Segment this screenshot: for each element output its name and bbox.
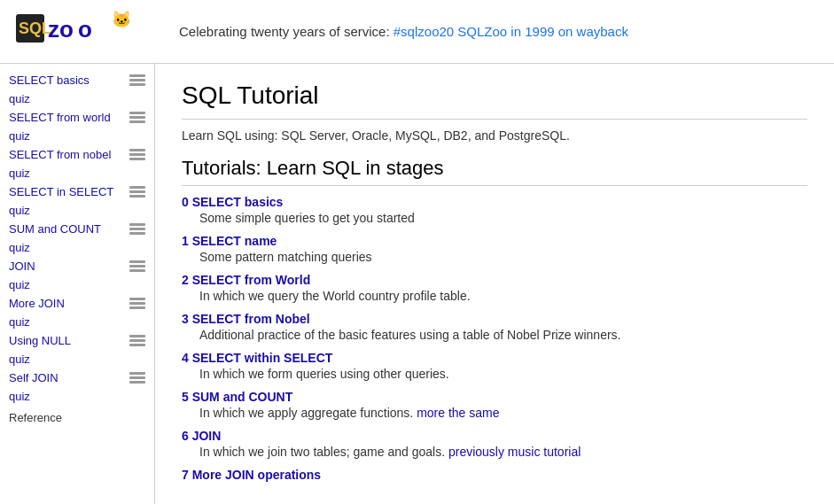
- sidebar-item: quiz: [0, 164, 154, 182]
- tutorial-link[interactable]: 0 SELECT basics: [182, 195, 283, 209]
- tutorial-link[interactable]: 7 More JOIN operations: [182, 468, 321, 482]
- sidebar-item: quiz: [0, 313, 154, 331]
- sidebar-bars-icon: [129, 74, 145, 86]
- sidebar-quiz-link[interactable]: quiz: [9, 353, 30, 366]
- tutorial-item: 1 SELECT nameSome pattern matching queri…: [182, 234, 807, 264]
- sidebar-quiz-link[interactable]: quiz: [9, 167, 30, 180]
- header: SQL zo o 🐱 Celebrating twenty years of s…: [0, 0, 834, 64]
- tutorial-item: 6 JOINIn which we join two tables; game …: [182, 429, 807, 459]
- sidebar-item: quiz: [0, 89, 154, 108]
- sidebar-nav-link[interactable]: Self JOIN: [9, 371, 58, 384]
- sidebar-nav-link[interactable]: More JOIN: [9, 297, 65, 310]
- sidebar: SELECT basicsquizSELECT from worldquizSE…: [0, 64, 155, 504]
- svg-text:🐱: 🐱: [112, 10, 132, 29]
- sidebar-quiz-link[interactable]: quiz: [9, 204, 30, 217]
- sidebar-nav-link[interactable]: SELECT from world: [9, 111, 111, 124]
- tutorial-description: Additional practice of the basic feature…: [182, 328, 807, 342]
- sidebar-nav-link[interactable]: SELECT in SELECT: [9, 185, 113, 198]
- svg-text:zo: zo: [48, 16, 74, 43]
- tutorial-link[interactable]: 2 SELECT from World: [182, 273, 310, 287]
- sidebar-quiz-link[interactable]: quiz: [9, 129, 30, 143]
- tutorial-extra-link[interactable]: more the same: [417, 406, 499, 420]
- sidebar-nav-link[interactable]: SELECT from nobel: [9, 148, 111, 161]
- sidebar-item: More JOIN: [0, 294, 154, 313]
- tutorial-description: In which we join two tables; game and go…: [182, 445, 807, 459]
- celebration-text: Celebrating twenty years of service:: [179, 24, 394, 39]
- body: SELECT basicsquizSELECT from worldquizSE…: [0, 64, 834, 504]
- sidebar-quiz-link[interactable]: quiz: [9, 92, 30, 105]
- sqlzoo-logo: SQL zo o 🐱: [14, 7, 147, 56]
- tutorials-list: 0 SELECT basicsSome simple queries to ge…: [182, 195, 807, 482]
- sidebar-bars-icon: [129, 149, 145, 160]
- main-content: SQL Tutorial Learn SQL using: SQL Server…: [155, 64, 834, 504]
- sidebar-bars-icon: [129, 112, 145, 123]
- tutorial-extra-link[interactable]: previously music tutorial: [448, 445, 581, 459]
- sidebar-bars-icon: [129, 260, 145, 272]
- reference-link[interactable]: Reference: [9, 411, 62, 424]
- sidebar-item: Using NULL: [0, 331, 154, 350]
- sidebar-bars-icon: [129, 372, 145, 384]
- tutorial-description: Some pattern matching queries: [182, 250, 807, 264]
- tutorial-link[interactable]: 4 SELECT within SELECT: [182, 351, 332, 365]
- tutorial-link[interactable]: 6 JOIN: [182, 429, 221, 443]
- tutorial-item: 0 SELECT basicsSome simple queries to ge…: [182, 195, 807, 225]
- sidebar-bars-icon: [129, 335, 145, 346]
- tutorials-heading: Tutorials: Learn SQL in stages: [182, 157, 807, 186]
- sidebar-item: quiz: [0, 350, 154, 368]
- sidebar-nav-link[interactable]: SELECT basics: [9, 74, 90, 87]
- tutorial-link[interactable]: 1 SELECT name: [182, 234, 277, 248]
- tutorial-item: 4 SELECT within SELECTIn which we form q…: [182, 351, 807, 381]
- sidebar-quiz-link[interactable]: quiz: [9, 278, 30, 291]
- sidebar-nav-link[interactable]: JOIN: [9, 260, 35, 273]
- tutorial-item: 7 More JOIN operations: [182, 468, 807, 482]
- page-title: SQL Tutorial: [182, 81, 807, 120]
- tutorial-item: 3 SELECT from NobelAdditional practice o…: [182, 312, 807, 342]
- sidebar-quiz-link[interactable]: quiz: [9, 390, 30, 403]
- tutorial-item: 5 SUM and COUNTIn which we apply aggrega…: [182, 390, 807, 420]
- tutorial-description: In which we apply aggregate functions. m…: [182, 406, 807, 420]
- sidebar-nav-link[interactable]: Using NULL: [9, 334, 71, 347]
- sidebar-item: quiz: [0, 238, 154, 257]
- tutorial-link[interactable]: 3 SELECT from Nobel: [182, 312, 310, 326]
- sidebar-item: quiz: [0, 201, 154, 220]
- sidebar-item: Self JOIN: [0, 368, 154, 387]
- sidebar-item: SELECT from world: [0, 108, 154, 127]
- page-subtitle: Learn SQL using: SQL Server, Oracle, MyS…: [182, 128, 807, 143]
- sidebar-bars-icon: [129, 298, 145, 309]
- sidebar-item: SUM and COUNT: [0, 220, 154, 238]
- sidebar-quiz-link[interactable]: quiz: [9, 241, 30, 254]
- sidebar-quiz-link[interactable]: quiz: [9, 315, 30, 329]
- svg-text:SQL: SQL: [19, 19, 51, 37]
- tutorial-link[interactable]: 5 SUM and COUNT: [182, 390, 292, 404]
- sidebar-item: quiz: [0, 387, 154, 406]
- sidebar-item: quiz: [0, 127, 154, 145]
- tutorial-description: Some simple queries to get you started: [182, 211, 807, 225]
- sidebar-item: quiz: [0, 275, 154, 294]
- sidebar-bars-icon: [129, 186, 145, 198]
- tutorial-item: 2 SELECT from WorldIn which we query the…: [182, 273, 807, 303]
- svg-text:o: o: [78, 16, 92, 43]
- sidebar-nav-link[interactable]: SUM and COUNT: [9, 222, 101, 236]
- sidebar-item: SELECT from nobel: [0, 145, 154, 164]
- tutorial-description: In which we query the World country prof…: [182, 289, 807, 303]
- sidebar-bars-icon: [129, 223, 145, 235]
- sidebar-item: SELECT in SELECT: [0, 182, 154, 201]
- sidebar-reference: Reference: [0, 406, 154, 430]
- logo-area: SQL zo o 🐱: [14, 7, 165, 56]
- header-celebration: Celebrating twenty years of service: #sq…: [165, 24, 628, 39]
- sidebar-item: JOIN: [0, 257, 154, 275]
- sidebar-item: SELECT basics: [0, 71, 154, 89]
- celebration-link[interactable]: #sqlzoo20 SQLZoo in 1999 on wayback: [394, 24, 628, 39]
- tutorial-description: In which we form queries using other que…: [182, 367, 807, 381]
